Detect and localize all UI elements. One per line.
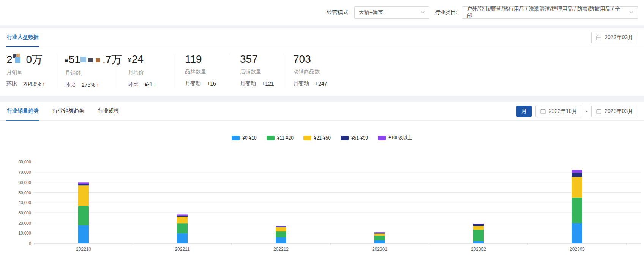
x-axis-label: 202211 <box>175 247 189 252</box>
bar-segment[interactable] <box>276 231 286 237</box>
bar-segment[interactable] <box>276 227 286 231</box>
bar-segment[interactable] <box>473 230 484 241</box>
censored-pixels-overlay <box>13 53 26 65</box>
stat-value: 20万 <box>6 53 55 66</box>
sales-chart[interactable]: 010,00020,00030,00040,00050,00060,00070,… <box>0 146 644 260</box>
trend-tab-label: 行业规模 <box>98 108 119 114</box>
legend-item[interactable]: ¥100及以上 <box>378 135 412 141</box>
legend-item[interactable]: ¥21-¥50 <box>303 135 331 141</box>
stat-card: 357店铺数量月变动+121 <box>230 53 283 88</box>
date-range-start-value: 2022年10月 <box>549 108 577 115</box>
stat-label: 月销量 <box>6 69 55 76</box>
stat-sub: 月变动+247 <box>293 80 327 87</box>
y-axis-label: 30,000 <box>18 211 31 215</box>
bar-segment[interactable] <box>473 224 484 224</box>
bar-segment[interactable] <box>473 226 484 230</box>
bar-segment[interactable] <box>473 241 484 243</box>
date-range-start[interactable]: 2022年10月 <box>535 106 582 117</box>
chart-legend: ¥0-¥10¥11-¥20¥21-¥50¥51-¥99¥100及以上 <box>0 135 644 141</box>
bar-segment[interactable] <box>78 225 89 243</box>
bar-segment[interactable] <box>177 217 188 223</box>
bar-segment[interactable] <box>276 226 286 227</box>
y-axis-label: 60,000 <box>18 180 31 185</box>
tab-industry-overview-label: 行业大盘数据 <box>7 34 39 41</box>
calendar-icon <box>596 109 601 114</box>
legend-item[interactable]: ¥51-¥99 <box>341 135 368 141</box>
bar-segment[interactable] <box>374 236 385 240</box>
stat-value: 703 <box>293 53 327 65</box>
bar-segment[interactable] <box>276 237 286 243</box>
period-month-button[interactable]: 月 <box>516 106 532 117</box>
bar-segment[interactable] <box>473 224 484 226</box>
business-mode-filter: 经营模式: 天猫+淘宝 <box>327 6 429 19</box>
bar-segment[interactable] <box>572 223 582 243</box>
x-axis-label: 202301 <box>372 247 387 252</box>
stat-sub: 月变动+121 <box>240 80 283 87</box>
category-label: 行业类目: <box>435 9 458 16</box>
up-arrow-icon: ↑ <box>42 81 45 87</box>
bar-segment[interactable] <box>374 232 385 233</box>
stat-sub: 环比284.8%↑ <box>6 81 55 87</box>
y-axis-label: 10,000 <box>18 231 31 235</box>
y-axis-label: 0 <box>29 241 31 246</box>
y-axis-label: 20,000 <box>18 221 31 225</box>
bar-segment[interactable] <box>177 223 188 233</box>
bar-segment[interactable] <box>177 214 188 216</box>
bar-segment[interactable] <box>374 234 385 236</box>
bar-segment[interactable] <box>572 170 582 173</box>
category-select[interactable]: 户外/登山/野营/旅行用品 / 洗漱清洁/护理用品 / 防虫/防蚊用品 / 全部 <box>462 6 638 19</box>
trend-tab-label: 行业销量趋势 <box>7 108 39 114</box>
trend-tab-0[interactable]: 行业销量趋势 <box>6 102 39 121</box>
stat-card: 20万月销量环比284.8%↑ <box>0 53 55 88</box>
stat-label: 动销商品数 <box>293 68 327 75</box>
date-range-end[interactable]: 2023年03月 <box>591 106 638 117</box>
stat-label: 店铺数量 <box>240 68 283 75</box>
x-axis-label: 202303 <box>570 247 585 252</box>
censored-pixels-overlay <box>80 53 103 65</box>
bar-segment[interactable] <box>276 226 286 226</box>
x-axis-label: 202210 <box>76 247 91 252</box>
y-axis-label: 40,000 <box>18 200 31 205</box>
legend-swatch <box>378 136 386 140</box>
bar-segment[interactable] <box>572 177 582 197</box>
tab-industry-overview[interactable]: 行业大盘数据 <box>6 28 39 47</box>
bar-segment[interactable] <box>78 182 89 184</box>
stat-value: 357 <box>240 53 283 65</box>
business-mode-select[interactable]: 天猫+淘宝 <box>354 6 429 19</box>
business-mode-value: 天猫+淘宝 <box>359 9 383 16</box>
bar-segment[interactable] <box>572 198 582 223</box>
calendar-icon <box>540 109 546 114</box>
stat-sub: 月变动+16 <box>185 80 230 87</box>
trend-tabrow: 行业销量趋势行业销额趋势行业规模 月 2022年10月 - 2023年03月 <box>0 102 644 121</box>
trend-card: 行业销量趋势行业销额趋势行业规模 月 2022年10月 - 2023年03月 ¥… <box>0 102 644 260</box>
legend-swatch <box>341 136 349 140</box>
bar-segment[interactable] <box>78 206 89 225</box>
bar-segment[interactable] <box>78 185 89 206</box>
trend-tab-label: 行业销额趋势 <box>52 108 84 114</box>
calendar-icon <box>596 35 601 40</box>
category-filter: 行业类目: 户外/登山/野营/旅行用品 / 洗漱清洁/护理用品 / 防虫/防蚊用… <box>435 6 638 19</box>
bar-segment[interactable] <box>374 240 385 243</box>
stats-row: 20万月销量环比284.8%↑¥51.7万月销额环比275%↑¥24月均价环比¥… <box>0 47 644 88</box>
trend-tab-2[interactable]: 行业规模 <box>97 102 120 121</box>
bar-segment[interactable] <box>177 216 188 217</box>
trend-tab-1[interactable]: 行业销额趋势 <box>52 102 85 121</box>
stat-label: 月均价 <box>128 69 175 76</box>
bar-segment[interactable] <box>177 233 188 243</box>
overview-date-picker[interactable]: 2023年03月 <box>591 32 638 43</box>
sales-chart-svg: 010,00020,00030,00040,00050,00060,00070,… <box>0 146 644 260</box>
legend-item[interactable]: ¥11-¥20 <box>267 135 294 141</box>
legend-label: ¥21-¥50 <box>314 135 331 141</box>
bar-segment[interactable] <box>572 173 582 177</box>
y-axis-label: 70,000 <box>18 170 31 174</box>
legend-label: ¥11-¥20 <box>277 135 294 141</box>
stat-value: ¥24 <box>128 53 175 66</box>
bar-segment[interactable] <box>374 233 385 233</box>
stat-sub: 环比275%↑ <box>65 81 118 88</box>
bar-segment[interactable] <box>78 184 89 185</box>
stat-sub: 环比¥-1↓ <box>128 81 175 88</box>
chevron-down-icon <box>629 11 633 14</box>
legend-item[interactable]: ¥0-¥10 <box>232 135 256 141</box>
overview-tabrow: 行业大盘数据 2023年03月 <box>0 28 644 47</box>
legend-swatch <box>232 136 240 140</box>
